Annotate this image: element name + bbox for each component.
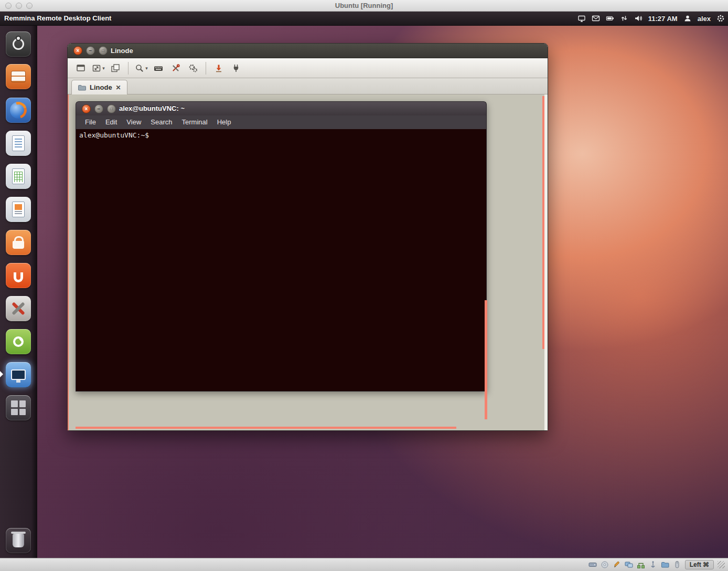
host-minimize-button[interactable] [16, 3, 22, 9]
impress-presentation-icon [12, 202, 25, 217]
remmina-maximize-button[interactable]: □ [99, 46, 108, 55]
vbox-statusbar: Left ⌘ [0, 558, 728, 571]
dual-display-icon[interactable] [625, 561, 633, 569]
vnc-artifact-line [542, 96, 544, 349]
menu-search[interactable]: Search [146, 115, 177, 129]
host-close-button[interactable] [5, 3, 12, 9]
unity-launcher [0, 26, 37, 558]
launcher-item-ubuntu-one[interactable] [6, 263, 31, 288]
menu-terminal[interactable]: Terminal [177, 115, 212, 129]
remmina-close-button[interactable]: × [73, 46, 82, 55]
launcher-item-software-center[interactable] [6, 230, 31, 255]
fullscreen-button[interactable] [73, 60, 89, 76]
vnc-artifact-line [76, 427, 456, 429]
running-indicator-arrow [0, 371, 3, 377]
harddisk-icon[interactable] [588, 561, 597, 569]
vnc-artifact-line [68, 94, 69, 430]
menu-edit[interactable]: Edit [101, 115, 122, 129]
ubuntu-logo-icon [13, 38, 24, 50]
host-key-indicator: Left ⌘ [685, 560, 714, 569]
update-arrows-icon [13, 336, 24, 347]
host-zoom-button[interactable] [26, 3, 33, 9]
cd-icon[interactable] [601, 561, 609, 569]
launcher-item-firefox[interactable] [6, 98, 31, 123]
preferences-tools-button[interactable] [168, 60, 184, 76]
toolbar-separator [206, 62, 206, 75]
keyboard-grab-button[interactable] [151, 60, 166, 76]
toolbar-separator [128, 62, 129, 75]
panel-indicators: 11:27 AM alex [577, 12, 725, 25]
host-window-title: Ubuntu [Running] [0, 0, 728, 12]
menu-file[interactable]: File [80, 115, 101, 129]
calc-spreadsheet-icon [12, 168, 25, 184]
terminal-close-button[interactable]: × [82, 104, 91, 113]
tab-label: Linode [90, 83, 112, 91]
tab-close-icon[interactable]: ✕ [116, 84, 121, 91]
scaled-mode-button[interactable]: ▾ [90, 60, 106, 76]
zoom-button[interactable]: ▾ [133, 60, 149, 76]
terminal-minimize-button[interactable]: − [94, 104, 103, 113]
dash-home-button[interactable] [6, 31, 31, 57]
terminal-maximize-button[interactable]: □ [107, 104, 116, 113]
launcher-item-trash[interactable] [6, 528, 31, 553]
shared-folders-icon[interactable] [661, 561, 669, 569]
duplicate-connection-button[interactable] [108, 60, 123, 76]
host-window-controls [5, 3, 33, 9]
trash-can-icon [13, 534, 24, 547]
host-key-label: Left ⌘ [690, 561, 709, 568]
network-icon[interactable] [637, 561, 645, 569]
terminal-window: × − □ alex@ubuntuVNC: ~ File Edit View S… [76, 101, 487, 392]
vm-screen: Remmina Remote Desktop Client 11:27 AM a… [0, 12, 728, 558]
remmina-tabbar: Linode ✕ [68, 78, 548, 94]
firefox-icon [10, 102, 27, 119]
volume-icon[interactable] [634, 14, 643, 23]
launcher-item-files[interactable] [6, 64, 31, 89]
launcher-item-libreoffice-calc[interactable] [6, 164, 31, 189]
host-titlebar: Ubuntu [Running] [0, 0, 728, 12]
launcher-item-libreoffice-writer[interactable] [6, 131, 31, 156]
remote-desktop-view[interactable]: × − □ alex@ubuntuVNC: ~ File Edit View S… [68, 94, 548, 430]
remmina-minimize-button[interactable]: − [86, 46, 95, 55]
folder-icon [78, 83, 86, 92]
sync-arrows-icon[interactable] [620, 14, 628, 23]
clock[interactable]: 11:27 AM [648, 15, 678, 23]
content-edge-strip [544, 94, 548, 430]
terminal-body[interactable]: alex@ubuntuVNC:~$ [76, 129, 487, 392]
session-gear-icon[interactable] [716, 14, 725, 23]
launcher-item-workspace-switcher[interactable] [6, 395, 31, 420]
launcher-item-system-settings[interactable] [6, 296, 31, 321]
tab-linode[interactable]: Linode ✕ [71, 80, 127, 94]
file-cabinet-icon [11, 71, 26, 82]
video-capture-icon[interactable] [613, 561, 621, 569]
launcher-item-libreoffice-impress[interactable] [6, 197, 31, 222]
remmina-window: × − □ Linode ▾ ▾ [67, 43, 548, 431]
remmina-toolbar: ▾ ▾ [68, 58, 548, 78]
settings-gears-button[interactable] [185, 60, 201, 76]
terminal-menubar: File Edit View Search Terminal Help [76, 115, 487, 129]
resize-grip[interactable] [718, 561, 725, 568]
usb-icon[interactable] [649, 561, 657, 569]
panel-app-title: Remmina Remote Desktop Client [4, 12, 111, 25]
user-menu[interactable]: alex [698, 15, 711, 23]
shell-prompt: alex@ubuntuVNC:~$ [79, 131, 149, 139]
mail-icon[interactable] [592, 14, 600, 23]
battery-icon[interactable] [606, 14, 614, 23]
terminal-window-title: alex@ubuntuVNC: ~ [119, 102, 185, 115]
minimize-to-tray-button[interactable] [211, 60, 227, 76]
launcher-item-software-updater[interactable] [6, 329, 31, 354]
remmina-window-title: Linode [111, 44, 133, 58]
chevron-down-icon[interactable]: ▾ [145, 66, 148, 71]
ubuntu-one-icon [14, 272, 23, 282]
user-icon[interactable] [683, 14, 692, 23]
launcher-item-remmina[interactable] [6, 362, 31, 387]
chevron-down-icon[interactable]: ▾ [102, 66, 105, 71]
mouse-icon[interactable] [673, 561, 681, 569]
workspace-grid-icon [11, 400, 26, 415]
disconnect-button[interactable] [228, 60, 244, 76]
menu-help[interactable]: Help [212, 115, 236, 129]
network-icon[interactable] [577, 14, 586, 23]
remmina-titlebar[interactable]: × − □ Linode [68, 44, 548, 58]
terminal-titlebar[interactable]: × − □ alex@ubuntuVNC: ~ [76, 101, 487, 115]
ubuntu-top-panel: Remmina Remote Desktop Client 11:27 AM a… [0, 12, 728, 26]
menu-view[interactable]: View [122, 115, 146, 129]
